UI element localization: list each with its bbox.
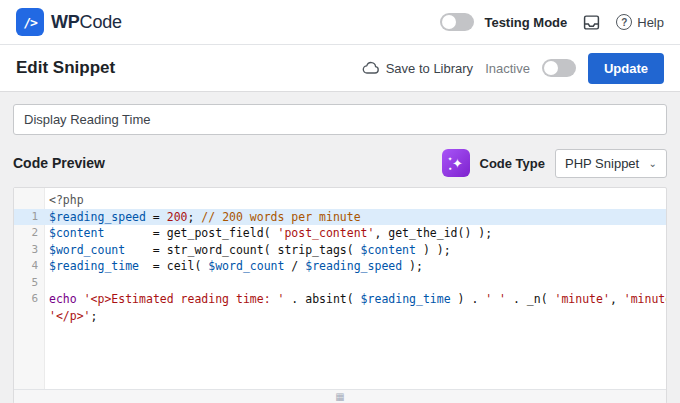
code-line[interactable]: 3$word_count = str_word_count( strip_tag… (14, 242, 666, 259)
code-editor[interactable]: <?php1$reading_speed = 200; // 200 words… (13, 187, 667, 403)
save-to-library-label: Save to Library (386, 61, 473, 76)
code-line[interactable]: 1$reading_speed = 200; // 200 words per … (14, 209, 666, 226)
testing-mode-toggle[interactable] (440, 13, 474, 31)
code-editor-lines[interactable]: <?php1$reading_speed = 200; // 200 words… (14, 188, 666, 389)
brand-wp: WP (51, 12, 80, 32)
line-number: 5 (14, 275, 45, 292)
top-bar: /> WPCode Testing Mode ? Help (0, 0, 680, 45)
code-line-text: '</p>'; (45, 308, 666, 325)
chevron-down-icon: ⌄ (649, 158, 657, 169)
code-line-text: $reading_time = ceil( $word_count / $rea… (45, 258, 666, 275)
brand-wordmark: WPCode (51, 12, 122, 33)
code-line-text: echo '<p>Estimated reading time: ' . abs… (45, 291, 666, 308)
code-line[interactable]: 2$content = get_post_field( 'post_conten… (14, 225, 666, 242)
snippet-title-input[interactable] (13, 104, 667, 135)
code-line[interactable]: '</p>'; (14, 308, 666, 325)
help-button[interactable]: ? Help (616, 14, 664, 30)
toggle-knob (544, 61, 558, 75)
editor-resize-handle[interactable]: ▦ (14, 389, 666, 403)
content-area: Code Preview ✦ ✦ ● Code Type PHP Snippet… (0, 92, 680, 403)
page-title: Edit Snippet (16, 58, 115, 78)
update-button[interactable]: Update (588, 53, 664, 84)
wpcode-logo-icon: /> (16, 8, 44, 36)
line-number: 2 (14, 225, 45, 242)
testing-mode-label: Testing Mode (484, 15, 567, 30)
snippet-status-label: Inactive (485, 61, 530, 76)
edit-snippet-bar: Edit Snippet Save to Library Inactive Up… (0, 45, 680, 92)
code-line[interactable]: 5 (14, 275, 666, 292)
code-type-value: PHP Snippet (565, 156, 639, 171)
help-icon: ? (616, 14, 632, 30)
code-line-text: <?php (45, 192, 666, 209)
wpcode-brand: /> WPCode (16, 8, 122, 36)
help-label: Help (637, 15, 664, 30)
code-preview-heading: Code Preview (13, 155, 105, 171)
code-line[interactable]: <?php (14, 192, 666, 209)
cloud-icon (362, 61, 380, 75)
line-number (14, 308, 45, 325)
code-line-text (45, 275, 666, 292)
code-type-select[interactable]: PHP Snippet ⌄ (555, 149, 667, 178)
code-type-label: Code Type (480, 156, 546, 171)
brand-code: Code (80, 12, 122, 32)
drag-grip-icon: ▦ (335, 392, 344, 402)
code-line[interactable]: 6echo '<p>Estimated reading time: ' . ab… (14, 291, 666, 308)
line-number (14, 192, 45, 209)
active-toggle[interactable] (542, 59, 576, 77)
line-number: 3 (14, 242, 45, 259)
code-line[interactable]: 4$reading_time = ceil( $word_count / $re… (14, 258, 666, 275)
code-line-text: $reading_speed = 200; // 200 words per m… (45, 209, 666, 226)
code-line-text: $word_count = str_word_count( strip_tags… (45, 242, 666, 259)
toggle-knob (442, 15, 456, 29)
ai-sparkles-icon[interactable]: ✦ ✦ ● (442, 149, 470, 177)
code-line-text: $content = get_post_field( 'post_content… (45, 225, 666, 242)
line-number: 6 (14, 291, 45, 308)
inbox-icon[interactable] (583, 14, 600, 31)
line-number: 4 (14, 258, 45, 275)
save-to-library-button[interactable]: Save to Library (362, 61, 473, 76)
line-number: 1 (14, 209, 45, 226)
